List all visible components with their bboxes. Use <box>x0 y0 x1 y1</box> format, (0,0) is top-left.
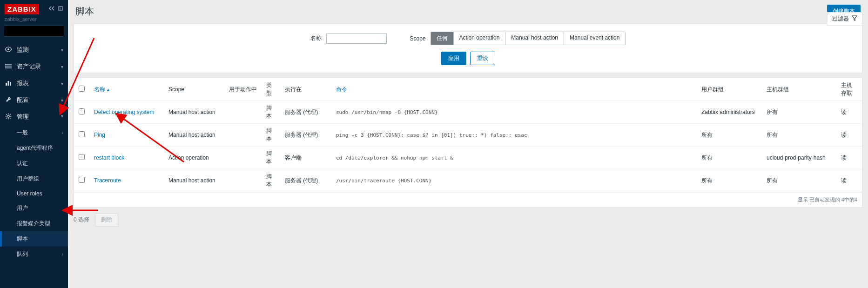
row-checkbox[interactable] <box>79 154 85 160</box>
svg-point-9 <box>5 66 6 67</box>
scripts-table-wrap: 名称▲ Scope 用于动作中 类型 执行在 命令 用户群组 主机群组 主机存取… <box>74 78 862 208</box>
edit-icon[interactable] <box>58 6 63 13</box>
th-cmd[interactable]: 命令 <box>331 78 697 101</box>
filter-name-input[interactable] <box>326 33 387 44</box>
svg-point-10 <box>5 67 6 68</box>
script-name-link[interactable]: Traceroute <box>94 177 121 184</box>
th-acc: 主机存取 <box>836 78 862 101</box>
sub-label: 用户群组 <box>17 175 39 183</box>
filter-toggle-label: 过滤器 <box>832 15 849 23</box>
cell-ug: 所有 <box>697 147 762 169</box>
th-name[interactable]: 名称▲ <box>89 78 164 101</box>
sub-userroles[interactable]: User roles <box>0 187 68 201</box>
scope-radio-group: 任何 Action operation Manual host action M… <box>431 32 626 45</box>
svg-line-22 <box>6 118 7 119</box>
cell-used <box>224 169 262 192</box>
sub-label: User roles <box>17 190 42 197</box>
cell-acc: 读 <box>836 101 862 124</box>
filter-apply-button[interactable]: 应用 <box>441 52 466 65</box>
cell-type: 脚本 <box>262 124 280 147</box>
sub-scripts[interactable]: 脚本 <box>0 231 68 247</box>
row-checkbox[interactable] <box>79 108 85 114</box>
filter-name-field: 名称 <box>310 33 387 44</box>
sub-queue[interactable]: 队列› <box>0 247 68 262</box>
sub-label: 报警媒介类型 <box>17 220 50 228</box>
scope-opt-manual-event[interactable]: Manual event action <box>564 32 625 45</box>
chevron-down-icon: ▾ <box>61 81 63 86</box>
th-hg: 主机群组 <box>762 78 836 101</box>
row-checkbox[interactable] <box>79 131 85 137</box>
cell-exec: 客户端 <box>280 147 331 169</box>
filter-toggle[interactable]: 过滤器 <box>827 12 862 26</box>
cell-ug: Zabbix administrators <box>697 101 762 124</box>
nav-label: 配置 <box>17 96 56 104</box>
sub-general[interactable]: 一般› <box>0 125 68 141</box>
page-title: 脚本 <box>75 5 94 18</box>
wrench-icon <box>5 96 12 104</box>
script-name-link[interactable]: restart block <box>94 154 124 161</box>
table-row: PingManual host action脚本服务器 (代理)ping -c … <box>74 124 862 147</box>
nav-label: 报表 <box>17 79 56 87</box>
table-row: Detect operating systemManual host actio… <box>74 101 862 124</box>
scope-opt-manual-host[interactable]: Manual host action <box>505 32 564 45</box>
sub-label: 一般 <box>17 129 28 137</box>
cell-scope: Manual host action <box>164 101 224 124</box>
nav-inventory[interactable]: 资产记录 ▾ <box>0 58 68 75</box>
collapse-icon[interactable] <box>48 6 55 13</box>
nav-label: 资产记录 <box>17 62 56 71</box>
bulk-delete-button[interactable]: 删除 <box>95 213 118 227</box>
script-name-link[interactable]: Ping <box>94 132 105 138</box>
svg-line-20 <box>10 118 11 119</box>
selected-count: 0 选择 <box>74 216 89 224</box>
nav-config[interactable]: 配置 ▾ <box>0 92 68 108</box>
main-content: 脚本 创建脚本 过滤器 名称 Scope <box>68 0 868 288</box>
chevron-right-icon: › <box>62 252 63 257</box>
filter-name-label: 名称 <box>310 34 322 42</box>
sub-usergroups[interactable]: 用户群组 <box>0 171 68 187</box>
sub-label: 队列 <box>17 250 28 258</box>
cell-cmd: sudo /usr/bin/nmap -O {HOST.CONN} <box>331 101 697 124</box>
sub-proxies[interactable]: agent代理程序 <box>0 141 68 156</box>
nav-reports[interactable]: 报表 ▾ <box>0 75 68 92</box>
cell-exec: 服务器 (代理) <box>280 124 331 147</box>
select-all-checkbox[interactable] <box>79 86 85 92</box>
cell-acc: 读 <box>836 124 862 147</box>
sub-label: 用户 <box>17 204 28 212</box>
search-input-wrap[interactable] <box>4 26 64 37</box>
script-name-link[interactable]: Detect operating system <box>94 109 154 115</box>
nav-monitoring[interactable]: 监测 ▾ <box>0 41 68 58</box>
cell-cmd: ping -c 3 {HOST.CONN}; case $? in [01]) … <box>331 124 697 147</box>
scope-opt-action[interactable]: Action operation <box>454 32 506 45</box>
svg-line-21 <box>10 114 11 115</box>
th-ug: 用户群组 <box>697 78 762 101</box>
nav-label: 管理 <box>17 113 56 121</box>
filter-scope-field: Scope 任何 Action operation Manual host ac… <box>410 32 626 45</box>
cell-exec: 服务器 (代理) <box>280 169 331 192</box>
logo-row: ZABBIX <box>0 0 68 16</box>
chevron-up-icon: ▴ <box>61 114 63 120</box>
page-header: 脚本 创建脚本 <box>68 0 868 24</box>
sidebar: ZABBIX zabbix_server 监测 ▾ <box>0 0 68 288</box>
svg-rect-11 <box>6 83 7 86</box>
chevron-right-icon: › <box>62 130 63 135</box>
cell-used <box>224 101 262 124</box>
scope-opt-any[interactable]: 任何 <box>431 32 454 45</box>
filter-reset-button[interactable]: 重设 <box>470 52 495 65</box>
chevron-down-icon: ▾ <box>61 98 63 103</box>
sub-users[interactable]: 用户 <box>0 201 68 216</box>
cell-hg: ucloud-prod-parity-hash <box>762 147 836 169</box>
cell-acc: 读 <box>836 147 862 169</box>
svg-point-14 <box>7 115 9 117</box>
cell-ug: 所有 <box>697 124 762 147</box>
gear-icon <box>5 113 12 121</box>
sub-auth[interactable]: 认证 <box>0 156 68 171</box>
nav-admin[interactable]: 管理 ▴ <box>0 108 68 125</box>
sub-mediatypes[interactable]: 报警媒介类型 <box>0 216 68 231</box>
bulk-actions: 0 选择 删除 <box>74 213 862 227</box>
cell-type: 脚本 <box>262 147 280 169</box>
svg-rect-13 <box>10 82 11 86</box>
search-input[interactable] <box>7 28 77 34</box>
cell-cmd: /usr/bin/traceroute {HOST.CONN} <box>331 169 697 192</box>
row-checkbox[interactable] <box>79 177 85 183</box>
th-used: 用于动作中 <box>224 78 262 101</box>
